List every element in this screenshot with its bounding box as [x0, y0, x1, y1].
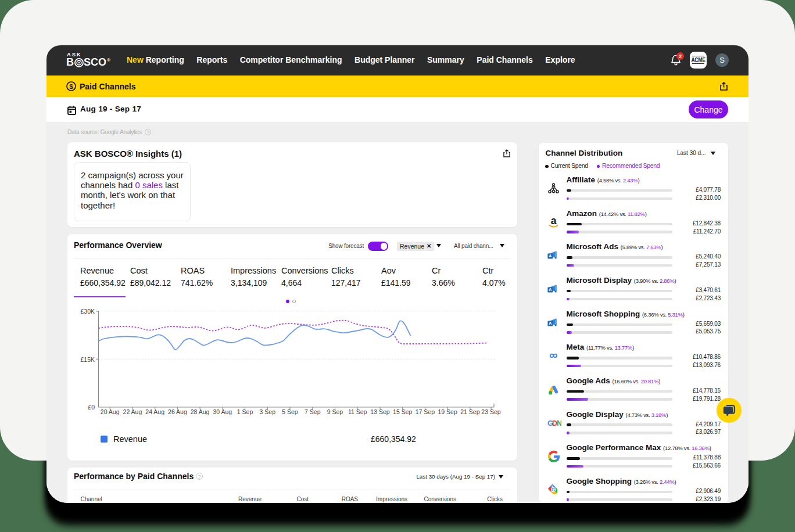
svg-text:N: N — [557, 419, 561, 427]
svg-text:£30K: £30K — [80, 308, 95, 315]
svg-text:£0: £0 — [88, 404, 95, 411]
svg-text:A: A — [549, 254, 552, 258]
svg-text:a: a — [551, 216, 557, 227]
svg-text:A: A — [549, 287, 552, 292]
svg-text:G: G — [552, 487, 556, 493]
svg-text:£15K: £15K — [80, 356, 95, 363]
svg-text:A: A — [549, 321, 552, 325]
svg-text:$: $ — [69, 83, 73, 90]
